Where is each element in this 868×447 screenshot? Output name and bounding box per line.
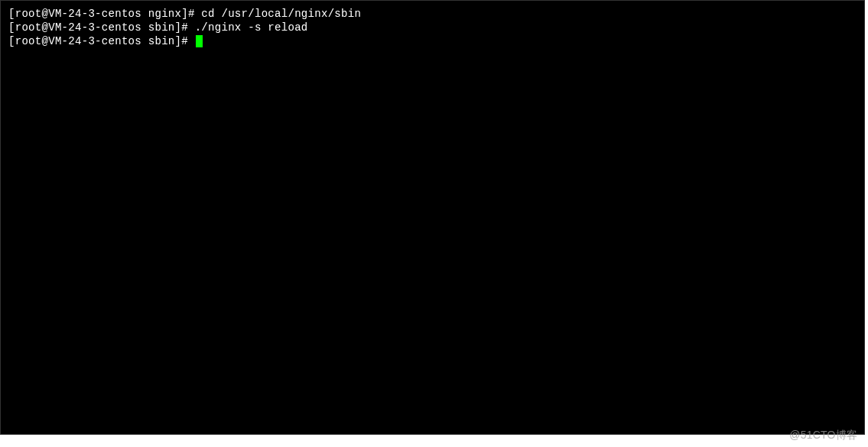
terminal-line: [root@VM-24-3-centos sbin]#	[8, 34, 857, 48]
terminal-line: [root@VM-24-3-centos sbin]# ./nginx -s r…	[8, 21, 857, 34]
watermark-text: @51CTO博客	[789, 429, 857, 442]
shell-prompt: [root@VM-24-3-centos nginx]#	[8, 8, 201, 20]
terminal-line: [root@VM-24-3-centos nginx]# cd /usr/loc…	[8, 7, 857, 21]
shell-command: ./nginx -s reload	[195, 21, 308, 34]
shell-prompt: [root@VM-24-3-centos sbin]#	[8, 35, 195, 47]
terminal-output: [root@VM-24-3-centos nginx]# cd /usr/loc…	[8, 7, 857, 48]
shell-command: cd /usr/local/nginx/sbin	[201, 8, 361, 20]
cursor-block	[196, 35, 203, 47]
shell-prompt: [root@VM-24-3-centos sbin]#	[8, 21, 195, 34]
terminal-window[interactable]: [root@VM-24-3-centos nginx]# cd /usr/loc…	[0, 0, 865, 435]
